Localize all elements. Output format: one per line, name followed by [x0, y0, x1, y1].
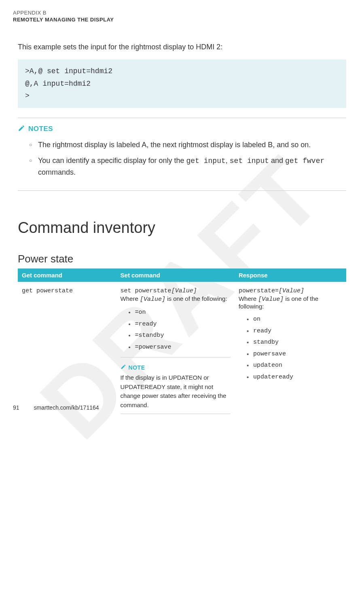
- section-heading: Command inventory: [18, 219, 346, 237]
- set-where-text: Where [Value] is one of the following:: [121, 295, 231, 303]
- note-label-small: NOTE: [129, 364, 145, 371]
- resp-options-list: on ready standby powersave updateon upda…: [239, 314, 342, 383]
- list-item: =standby: [129, 330, 231, 342]
- set-note-callout: NOTE If the display is in UPDATEON or UP…: [121, 357, 231, 414]
- resp-where-text: Where [Value] is one of the following:: [239, 295, 342, 310]
- footer-link[interactable]: smarttech.com/kb/171164: [34, 404, 99, 411]
- get-command: get powerstate: [22, 287, 73, 294]
- intro-paragraph: This example sets the input for the righ…: [18, 43, 346, 51]
- page-number: 91: [13, 404, 19, 411]
- pencil-icon: [121, 364, 126, 371]
- set-options-list: =on =ready =standby =powersave: [121, 307, 231, 353]
- notes-label: NOTES: [28, 125, 53, 133]
- list-item: ready: [247, 326, 342, 337]
- list-item: standby: [247, 337, 342, 349]
- list-item: =powersave: [129, 342, 231, 353]
- notes-item-2: You can identify a specific display for …: [29, 155, 346, 179]
- set-command: set powerstate: [121, 287, 171, 294]
- th-set: Set command: [116, 268, 235, 282]
- appendix-title: REMOTELY MANAGING THE DISPLAY: [13, 17, 351, 23]
- list-item: powersave: [247, 349, 342, 360]
- example-code-block: >A,@ set input=hdmi2 @,A input=hdmi2 >: [18, 59, 346, 108]
- notes-callout: NOTES The rightmost display is labeled A…: [18, 118, 346, 191]
- subsection-heading: Power state: [18, 253, 346, 265]
- set-note-text: If the display is in UPDATEON or UPDATER…: [121, 373, 231, 410]
- list-item: updateready: [247, 372, 342, 383]
- table-row: get powerstate set powerstate[Value] Whe…: [18, 282, 346, 421]
- th-get: Get command: [18, 268, 116, 282]
- list-item: =ready: [129, 319, 231, 330]
- power-state-table: Get command Set command Response get pow…: [18, 268, 346, 421]
- pencil-icon: [18, 125, 25, 133]
- appendix-label: APPENDIX B: [13, 10, 351, 16]
- list-item: updateon: [247, 360, 342, 372]
- page-footer: 91 smarttech.com/kb/171164: [13, 404, 99, 411]
- list-item: =on: [129, 307, 231, 319]
- response-command: powerstate=: [239, 287, 279, 294]
- list-item: on: [247, 314, 342, 326]
- page-header: APPENDIX B REMOTELY MANAGING THE DISPLAY: [0, 0, 364, 23]
- notes-item-1: The rightmost display is labeled A, the …: [29, 139, 346, 151]
- th-response: Response: [235, 268, 346, 282]
